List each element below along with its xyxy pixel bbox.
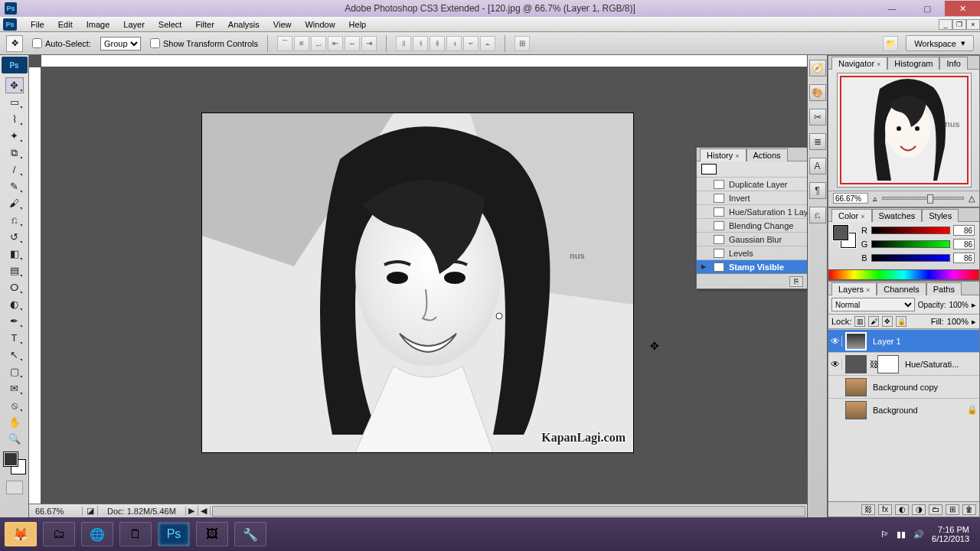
hand-tool[interactable]: ✋ — [5, 414, 24, 430]
align-vcenter-icon[interactable]: ≡ — [294, 36, 309, 51]
doc-minimize-button[interactable]: _ — [939, 19, 952, 30]
artboard[interactable]: nus — [202, 113, 633, 452]
menu-select[interactable]: Select — [152, 18, 188, 31]
tab-history[interactable]: History× — [700, 148, 746, 161]
doc-restore-button[interactable]: ❐ — [952, 19, 966, 30]
history-item-selected[interactable]: Stamp Visible — [697, 259, 807, 273]
tab-actions[interactable]: Actions — [746, 148, 788, 161]
dist-right-icon[interactable]: ⫠ — [480, 36, 495, 51]
tab-navigator[interactable]: Navigator× — [831, 57, 887, 70]
history-item[interactable]: Levels — [697, 246, 807, 259]
eraser-tool[interactable]: ◧ — [5, 246, 24, 262]
zoom-in-icon[interactable]: △ — [969, 194, 975, 204]
b-slider[interactable] — [871, 254, 950, 262]
color-swatches[interactable] — [4, 452, 25, 474]
vertical-ruler[interactable] — [29, 67, 41, 504]
dock-nav-icon[interactable]: 🧭 — [809, 60, 826, 77]
tray-volume-icon[interactable]: 🔊 — [913, 530, 924, 540]
align-top-icon[interactable]: ⎴ — [277, 36, 292, 51]
auto-select-check[interactable] — [32, 38, 42, 48]
color-panel[interactable]: Color× Swatches Styles R G B — [828, 207, 980, 281]
layer-thumbnail[interactable] — [845, 401, 867, 419]
layer-mask-button[interactable]: ◐ — [895, 504, 909, 515]
notes-tool[interactable]: ✉ — [5, 380, 24, 396]
menu-file[interactable]: File — [24, 18, 51, 31]
horizontal-scrollbar[interactable] — [212, 506, 805, 517]
g-slider[interactable] — [871, 240, 950, 248]
tab-channels[interactable]: Channels — [877, 282, 926, 295]
history-brush-tool[interactable]: ↺ — [5, 229, 24, 245]
ps-badge-icon[interactable]: Ps — [3, 18, 17, 31]
auto-select-checkbox[interactable]: Auto-Select: — [32, 38, 91, 48]
taskbar-photos[interactable]: 🖼 — [196, 522, 228, 546]
navigator-thumbnail[interactable]: nus — [837, 73, 972, 187]
taskbar-photoshop[interactable]: Ps — [158, 522, 190, 546]
shape-tool[interactable]: ▢ — [5, 364, 24, 380]
taskbar-tool[interactable]: 🔧 — [234, 522, 266, 546]
layer-name[interactable]: Hue/Saturati... — [902, 360, 979, 369]
tab-color[interactable]: Color× — [831, 209, 872, 222]
layer-mask[interactable] — [877, 355, 899, 373]
layer-row[interactable]: Background copy — [828, 375, 979, 398]
adjustment-layer-button[interactable]: ◑ — [912, 504, 926, 515]
layer-name[interactable]: Background — [870, 406, 967, 415]
dock-char-icon[interactable]: A — [809, 158, 826, 174]
layer-row[interactable]: 👁 ⛓ Hue/Saturati... — [828, 352, 979, 375]
tray-network-icon[interactable]: ▮▮ — [897, 530, 906, 540]
menu-layer[interactable]: Layer — [117, 18, 151, 31]
auto-select-dropdown[interactable]: Group — [100, 37, 141, 51]
fill-value[interactable]: 100% — [947, 317, 969, 326]
tab-info[interactable]: Info — [939, 57, 967, 70]
move-tool[interactable]: ✥ — [5, 77, 24, 93]
navigator-viewport[interactable] — [840, 76, 969, 184]
history-item[interactable]: Invert — [697, 191, 807, 204]
link-icon[interactable]: ⛓ — [870, 360, 877, 369]
history-panel[interactable]: History× Actions ▸≡ Duplicate Layer Inve… — [696, 147, 807, 289]
blend-mode-dropdown[interactable]: Normal — [831, 298, 915, 311]
doc-close-button[interactable]: × — [966, 19, 980, 30]
menu-view[interactable]: View — [267, 18, 298, 31]
dock-para-icon[interactable]: ¶ — [809, 182, 826, 199]
lasso-tool[interactable]: ⌇ — [5, 111, 24, 127]
status-menu-arrow-icon[interactable]: ▶ — [186, 506, 198, 516]
new-group-button[interactable]: 🗀 — [929, 504, 942, 515]
new-doc-from-state-button[interactable]: ⎘ — [789, 276, 803, 287]
dist-bottom-icon[interactable]: ⫵ — [430, 36, 445, 51]
canvas[interactable]: nus — [41, 67, 807, 504]
layer-row[interactable]: Background 🔒 — [828, 398, 979, 421]
show-transform-checkbox[interactable]: Show Transform Controls — [150, 38, 258, 48]
taskbar-chrome[interactable]: 🌐 — [81, 522, 113, 546]
r-input[interactable] — [953, 225, 975, 236]
eyedropper-tool[interactable]: ⦸ — [5, 397, 24, 413]
color-ramp[interactable] — [828, 269, 979, 280]
zoom-tool[interactable]: 🔍 — [5, 431, 24, 447]
dock-color-icon[interactable]: 🎨 — [809, 84, 826, 101]
show-transform-check[interactable] — [150, 38, 160, 48]
delete-layer-button[interactable]: 🗑 — [962, 504, 976, 515]
tab-layers[interactable]: Layers× — [831, 282, 877, 295]
workspace-dropdown[interactable]: Workspace▾ — [906, 35, 974, 51]
visibility-toggle[interactable]: 👁 — [828, 336, 842, 347]
menu-edit[interactable]: Edit — [52, 18, 79, 31]
clone-stamp-tool[interactable]: ⎌ — [5, 212, 24, 228]
menu-filter[interactable]: Filter — [189, 18, 220, 31]
dock-layers-icon[interactable]: ≣ — [809, 133, 826, 150]
path-select-tool[interactable]: ↖ — [5, 347, 24, 363]
layers-panel[interactable]: Layers× Channels Paths Normal Opacity: 1… — [828, 281, 980, 517]
magic-wand-tool[interactable]: ✦ — [5, 128, 24, 144]
history-item[interactable]: Gaussian Blur — [697, 232, 807, 246]
tray-flag-icon[interactable]: 🏳 — [880, 530, 889, 539]
type-tool[interactable]: T — [5, 330, 24, 346]
new-layer-button[interactable]: ⊞ — [946, 504, 959, 515]
foreground-color[interactable] — [4, 452, 18, 466]
link-layers-button[interactable]: ⛓ — [861, 504, 875, 515]
visibility-toggle[interactable]: 👁 — [828, 359, 842, 370]
lock-transparent-button[interactable]: ▥ — [854, 316, 865, 327]
close-icon[interactable]: × — [735, 152, 739, 160]
color-swatch-pair[interactable] — [833, 225, 856, 248]
navigator-zoom-input[interactable] — [833, 193, 868, 204]
layer-row[interactable]: 👁 Layer 1 — [828, 329, 979, 352]
opacity-arrow-icon[interactable]: ▸ — [972, 300, 976, 310]
menu-image[interactable]: Image — [80, 18, 116, 31]
status-docsize[interactable]: Doc: 1.82M/5.46M — [98, 507, 186, 516]
